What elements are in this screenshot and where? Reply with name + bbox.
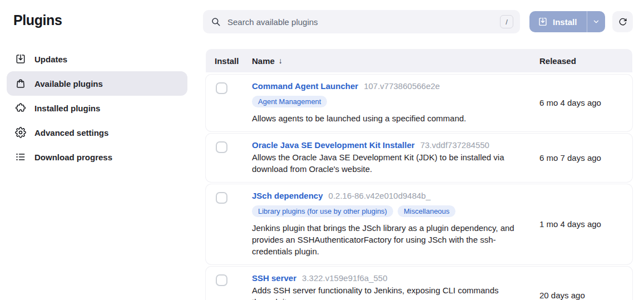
install-split-button: Install xyxy=(529,11,605,32)
install-button-label: Install xyxy=(553,17,577,27)
plugin-name-link[interactable]: SSH server xyxy=(252,273,296,283)
sidebar-item-label: Installed plugins xyxy=(34,104,100,113)
table-header: Install Name ↓ Released xyxy=(206,49,632,72)
plugin-released: 1 mo 4 days ago xyxy=(539,219,632,229)
list-icon xyxy=(15,151,26,163)
table-row: Oracle Java SE Development Kit Installer… xyxy=(206,134,632,182)
plugin-tag[interactable]: Agent Management xyxy=(252,96,327,107)
table-row: SSH server 3.322.v159e91f6a_550 Adds SSH… xyxy=(206,267,632,300)
plugin-description: Allows agents to be launched using a spe… xyxy=(252,112,526,124)
page-title: Plugins xyxy=(13,12,62,28)
sidebar-item-advanced-settings[interactable]: Advanced settings xyxy=(7,120,187,145)
gear-icon xyxy=(15,127,26,138)
plugin-description: Allows the Oracle Java SE Development Ki… xyxy=(252,151,526,175)
plugin-description: Jenkins plugin that brings the JSch libr… xyxy=(252,222,526,257)
sort-descending-icon: ↓ xyxy=(279,56,283,65)
puzzle-icon xyxy=(15,102,26,114)
search-icon xyxy=(211,17,221,27)
plugin-version: 0.2.16-86.v42e010d9484b_ xyxy=(329,191,431,200)
install-checkbox[interactable] xyxy=(216,192,227,204)
plugin-released: 20 days ago xyxy=(539,291,632,300)
sidebar-item-label: Updates xyxy=(34,55,67,64)
column-header-install: Install xyxy=(206,56,252,66)
install-checkbox[interactable] xyxy=(216,274,227,286)
sidebar-item-label: Available plugins xyxy=(34,79,103,88)
search-bar: / xyxy=(203,10,520,33)
sidebar-item-available-plugins[interactable]: Available plugins xyxy=(7,71,187,96)
sidebar-item-installed-plugins[interactable]: Installed plugins xyxy=(7,96,187,120)
plugin-released: 6 mo 7 days ago xyxy=(539,153,632,163)
sidebar-item-label: Download progress xyxy=(34,153,112,162)
sidebar: Updates Available plugins Installed plug… xyxy=(7,47,187,169)
table-row: Command Agent Launcher 107.v773860566e2e… xyxy=(206,75,632,131)
plugin-version: 73.vddf737284550 xyxy=(420,140,489,150)
plugin-name-link[interactable]: Command Agent Launcher xyxy=(252,81,358,91)
plugin-name-link[interactable]: JSch dependency xyxy=(252,191,323,200)
plugin-tag[interactable]: Library plugins (for use by other plugin… xyxy=(252,205,393,217)
column-header-name[interactable]: Name ↓ xyxy=(252,56,539,66)
table-row: JSch dependency 0.2.16-86.v42e010d9484b_… xyxy=(206,184,632,264)
install-button[interactable]: Install xyxy=(529,11,587,32)
sidebar-item-download-progress[interactable]: Download progress xyxy=(7,145,187,169)
chevron-down-icon xyxy=(592,18,600,26)
plugin-tag[interactable]: Miscellaneous xyxy=(398,205,455,217)
available-plugins-table: Install Name ↓ Released Command Agent La… xyxy=(206,49,632,300)
search-shortcut-badge: / xyxy=(500,15,513,28)
sidebar-item-label: Advanced settings xyxy=(34,128,108,137)
refresh-icon xyxy=(618,17,627,27)
plugin-version: 107.v773860566e2e xyxy=(364,81,440,91)
plugin-description: Adds SSH server functionality to Jenkins… xyxy=(252,284,526,300)
install-download-icon xyxy=(538,17,548,27)
install-checkbox[interactable] xyxy=(216,141,227,153)
sidebar-item-updates[interactable]: Updates xyxy=(7,47,187,71)
download-tray-icon xyxy=(15,53,26,65)
search-input[interactable] xyxy=(227,17,500,27)
column-header-released[interactable]: Released xyxy=(539,56,632,66)
install-checkbox[interactable] xyxy=(216,82,227,94)
plugin-name-link[interactable]: Oracle Java SE Development Kit Installer xyxy=(252,140,415,150)
shopping-bag-icon xyxy=(15,78,26,89)
install-options-button[interactable] xyxy=(587,11,605,32)
plugin-version: 3.322.v159e91f6a_550 xyxy=(302,273,387,283)
plugin-released: 6 mo 4 days ago xyxy=(539,98,632,107)
refresh-button[interactable] xyxy=(612,11,633,32)
